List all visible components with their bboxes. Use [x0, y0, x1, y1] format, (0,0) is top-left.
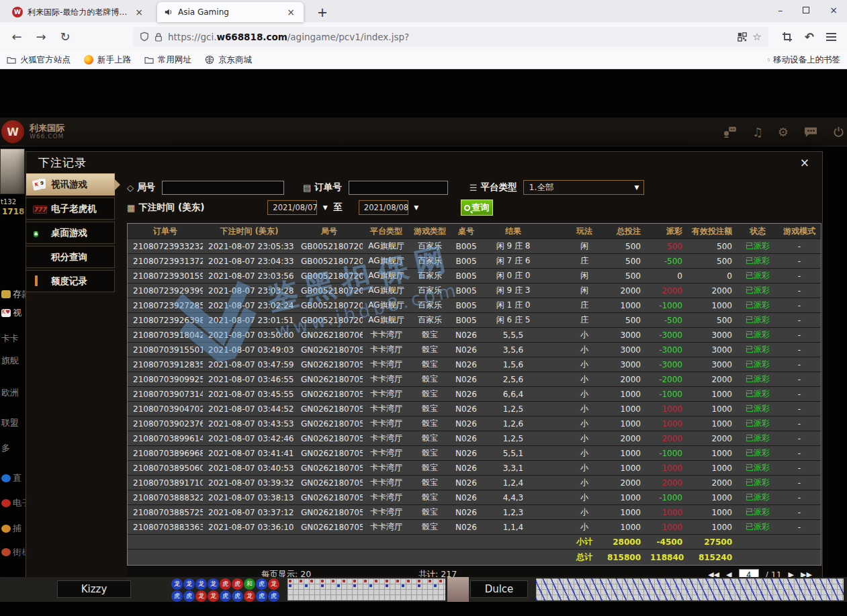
road-result-circle: 虎	[232, 578, 243, 590]
server-icon: ☰	[470, 183, 478, 193]
sidebar-item-slots[interactable]: 777 电子老虎机	[26, 197, 115, 220]
reload-button[interactable]: ↻	[55, 30, 75, 44]
column-header: 平台类型	[363, 226, 410, 237]
cell-total: 2000	[602, 478, 648, 488]
cell-payout: 2000	[648, 286, 689, 296]
cell-mode: -	[776, 419, 822, 429]
table-row: 2108070391550132021-08-07 03:49:03GN0262…	[128, 343, 821, 357]
cell-order: 210807039155013	[128, 345, 203, 355]
game-icon	[1, 474, 11, 482]
avatar	[0, 148, 25, 194]
qr-code-icon[interactable]	[738, 32, 747, 42]
globe-icon	[205, 55, 214, 64]
cell-game: 百家乐	[410, 240, 450, 252]
cell-round: GN0262180705W	[296, 390, 363, 399]
url-bar[interactable]: https://gci.w668818.com/agingame/pcv1/in…	[133, 27, 768, 47]
shield-icon[interactable]	[140, 32, 149, 42]
bg-menu-item[interactable]: 直	[1, 472, 21, 484]
table-row: 2108070389171052021-08-07 03:39:32GN0262…	[128, 476, 821, 490]
cell-game: 百家乐	[410, 255, 450, 267]
service-icon[interactable]	[721, 126, 738, 138]
sidebar-item-video-games[interactable]: K9 视讯游戏	[26, 173, 115, 195]
tab-close-icon[interactable]: ×	[133, 7, 145, 17]
forward-button[interactable]: →	[31, 30, 51, 44]
slot-777-icon: 777	[33, 203, 46, 215]
cell-game: 骰宝	[410, 344, 450, 355]
close-icon[interactable]: ×	[797, 156, 813, 169]
cell-round: GB00521807207	[296, 271, 363, 281]
cell-status: 已派彩	[739, 344, 776, 355]
chat-icon[interactable]	[803, 126, 818, 138]
query-button[interactable]: 查询	[461, 200, 493, 216]
dealer-name-label[interactable]: Kizzy	[57, 580, 131, 598]
bg-menu-item[interactable]: 欧洲	[1, 387, 19, 399]
sidebar-item-table-games[interactable]: ♠ 桌面游戏	[26, 222, 115, 244]
footer-value: -4500	[648, 537, 689, 547]
lock-icon[interactable]	[154, 32, 163, 42]
cell-bet: 小	[567, 477, 602, 488]
order-number-input[interactable]	[349, 181, 448, 195]
cell-payout: 1000	[648, 508, 689, 517]
table-row: 2108070390731442021-08-07 03:45:55GN0262…	[128, 387, 821, 402]
cell-time: 2021-08-07 23:01:51	[203, 316, 296, 325]
url-text[interactable]: https://gci.w668818.com/agingame/pcv1/in…	[168, 32, 732, 42]
round-number-input[interactable]	[162, 181, 284, 195]
screenshot-crop-icon[interactable]	[782, 32, 793, 42]
bg-menu-item[interactable]: 旗舰	[1, 355, 19, 367]
cell-payout: -2000	[648, 375, 689, 384]
bg-menu-item[interactable]: 多	[1, 442, 10, 454]
date-to-select[interactable]: 2021/08/08▼	[359, 200, 408, 215]
menu-hamburger-icon[interactable]	[826, 31, 836, 43]
bg-menu-item[interactable]: 卡卡	[1, 333, 19, 345]
cell-order: 210807039180424	[128, 331, 203, 340]
video-games-item[interactable]: K♥视	[1, 307, 21, 319]
tab-w88-site[interactable]: W 利来国际-最给力的老牌博彩网站 ×	[5, 2, 152, 22]
w88-favicon: W	[12, 7, 23, 17]
cell-round: GN02621807060	[296, 331, 363, 340]
bg-menu-item[interactable]: 联盟	[1, 417, 19, 429]
tab-asia-gaming[interactable]: Asia Gaming ×	[157, 2, 304, 22]
cell-order: 210807039023766	[128, 419, 203, 429]
cell-payout: 1000	[648, 523, 689, 532]
undo-arrow-icon[interactable]: ↶	[805, 30, 814, 44]
platform-type-select[interactable]: 1.全部▼	[523, 180, 644, 195]
tab-close-icon[interactable]: ×	[285, 7, 297, 17]
cell-table: N026	[450, 404, 482, 414]
maximize-button[interactable]	[803, 7, 809, 13]
bookmark-item[interactable]: 火狐官方站点	[7, 54, 71, 66]
sidebar-item-points-query[interactable]: 积分查询	[26, 246, 115, 268]
back-button[interactable]: ←	[7, 30, 27, 44]
cell-total: 3000	[602, 345, 648, 355]
cell-time: 2021-08-07 03:49:03	[203, 345, 296, 355]
gear-icon[interactable]: ⚙	[778, 125, 789, 139]
road-result-circle: 虎	[268, 590, 279, 602]
dealer-name-label[interactable]: Dulce	[470, 580, 528, 598]
bookmark-item[interactable]: 京东商城	[205, 54, 252, 66]
power-icon[interactable]	[833, 126, 844, 138]
tab-bar: W 利来国际-最给力的老牌博彩网站 × Asia Gaming × + – ×	[0, 0, 847, 22]
minimize-button[interactable]: –	[778, 5, 783, 15]
cell-time: 2021-08-07 03:41:41	[203, 449, 296, 458]
game-icon	[1, 499, 11, 507]
cell-mode: -	[776, 286, 822, 296]
footer-value: 815800	[602, 553, 648, 562]
date-from-select[interactable]: 2021/08/07▼	[267, 200, 317, 215]
bookmark-item[interactable]: 常用网址	[144, 54, 191, 66]
cell-total: 2000	[602, 375, 648, 384]
cell-result: 闲 9 庄 3	[482, 285, 544, 296]
music-icon[interactable]: ♫	[752, 125, 763, 139]
bookmark-item[interactable]: 新手上路	[84, 54, 131, 66]
cell-bet: 小	[567, 433, 602, 444]
close-window-button[interactable]: ×	[830, 5, 838, 15]
new-tab-button[interactable]: +	[312, 5, 333, 22]
bookmark-star-icon[interactable]: ☆	[752, 31, 761, 43]
road-result-circle: 龙	[171, 578, 183, 590]
cell-payout: 2000	[648, 478, 689, 488]
modal-title: 下注记录	[38, 155, 87, 171]
mobile-bookmarks[interactable]: 移动设备上的书签	[768, 54, 840, 66]
cell-status: 已派彩	[739, 433, 776, 444]
bg-menu-item[interactable]: 捕	[1, 523, 21, 535]
sidebar-item-quota-records[interactable]: 额度记录	[26, 270, 115, 292]
cell-bet: 庄	[567, 255, 602, 267]
site-logo[interactable]: W 利来国际W66.COM	[1, 120, 64, 143]
